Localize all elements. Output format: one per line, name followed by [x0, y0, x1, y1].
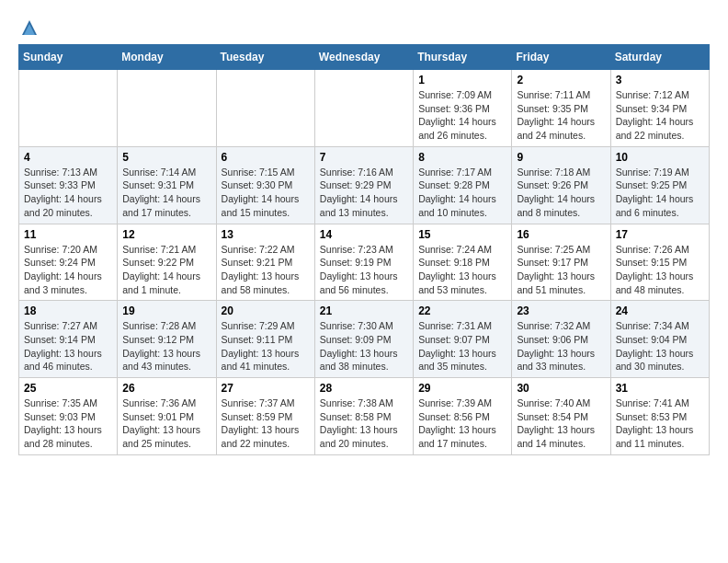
day-number: 31	[616, 382, 704, 395]
calendar-cell	[118, 70, 216, 147]
day-number: 10	[616, 151, 704, 164]
calendar-cell: 16Sunrise: 7:25 AMSunset: 9:17 PMDayligh…	[512, 224, 610, 301]
day-of-week-header: Saturday	[610, 45, 709, 70]
day-number: 19	[122, 304, 210, 317]
day-info: Sunrise: 7:16 AMSunset: 9:29 PMDaylight:…	[320, 166, 408, 220]
calendar-cell: 31Sunrise: 7:41 AMSunset: 8:53 PMDayligh…	[610, 378, 709, 455]
calendar-cell: 10Sunrise: 7:19 AMSunset: 9:25 PMDayligh…	[610, 146, 709, 224]
calendar-cell: 20Sunrise: 7:29 AMSunset: 9:11 PMDayligh…	[216, 301, 314, 378]
calendar-cell: 17Sunrise: 7:26 AMSunset: 9:15 PMDayligh…	[610, 224, 709, 301]
day-number: 21	[320, 304, 408, 317]
calendar-cell	[216, 70, 314, 147]
day-number: 16	[517, 228, 605, 241]
calendar-cell: 6Sunrise: 7:15 AMSunset: 9:30 PMDaylight…	[216, 146, 314, 224]
calendar-cell: 26Sunrise: 7:36 AMSunset: 9:01 PMDayligh…	[118, 378, 216, 455]
day-info: Sunrise: 7:39 AMSunset: 8:56 PMDaylight:…	[418, 396, 506, 451]
day-number: 24	[616, 304, 704, 317]
day-number: 12	[122, 228, 210, 241]
logo	[18, 18, 39, 37]
calendar-cell: 7Sunrise: 7:16 AMSunset: 9:29 PMDaylight…	[314, 146, 413, 224]
day-info: Sunrise: 7:40 AMSunset: 8:54 PMDaylight:…	[517, 396, 605, 451]
day-info: Sunrise: 7:35 AMSunset: 9:03 PMDaylight:…	[24, 396, 112, 451]
day-number: 3	[616, 74, 704, 86]
calendar-cell: 22Sunrise: 7:31 AMSunset: 9:07 PMDayligh…	[414, 301, 512, 378]
calendar-table: SundayMondayTuesdayWednesdayThursdayFrid…	[18, 44, 710, 455]
logo-icon	[20, 18, 39, 37]
day-info: Sunrise: 7:19 AMSunset: 9:25 PMDaylight:…	[616, 166, 704, 220]
calendar-cell: 19Sunrise: 7:28 AMSunset: 9:12 PMDayligh…	[118, 301, 216, 378]
day-of-week-header: Thursday	[414, 45, 512, 70]
day-info: Sunrise: 7:21 AMSunset: 9:22 PMDaylight:…	[122, 243, 210, 297]
day-of-week-header: Wednesday	[314, 45, 413, 70]
calendar-cell	[314, 70, 413, 147]
day-info: Sunrise: 7:15 AMSunset: 9:30 PMDaylight:…	[222, 166, 310, 220]
day-info: Sunrise: 7:31 AMSunset: 9:07 PMDaylight:…	[418, 319, 506, 373]
calendar-cell: 9Sunrise: 7:18 AMSunset: 9:26 PMDaylight…	[512, 146, 610, 224]
calendar-cell: 2Sunrise: 7:11 AMSunset: 9:35 PMDaylight…	[512, 70, 610, 147]
calendar-cell: 14Sunrise: 7:23 AMSunset: 9:19 PMDayligh…	[314, 224, 413, 301]
day-info: Sunrise: 7:34 AMSunset: 9:04 PMDaylight:…	[616, 319, 704, 373]
day-info: Sunrise: 7:12 AMSunset: 9:34 PMDaylight:…	[616, 88, 704, 143]
calendar-cell: 21Sunrise: 7:30 AMSunset: 9:09 PMDayligh…	[314, 301, 413, 378]
day-info: Sunrise: 7:38 AMSunset: 8:58 PMDaylight:…	[320, 396, 408, 451]
calendar-cell: 27Sunrise: 7:37 AMSunset: 8:59 PMDayligh…	[216, 378, 314, 455]
day-info: Sunrise: 7:30 AMSunset: 9:09 PMDaylight:…	[320, 319, 408, 373]
day-info: Sunrise: 7:24 AMSunset: 9:18 PMDaylight:…	[418, 243, 506, 297]
day-info: Sunrise: 7:27 AMSunset: 9:14 PMDaylight:…	[24, 319, 112, 373]
calendar-cell: 8Sunrise: 7:17 AMSunset: 9:28 PMDaylight…	[414, 146, 512, 224]
day-number: 17	[616, 228, 704, 241]
day-number: 7	[320, 151, 408, 164]
day-number: 14	[320, 228, 408, 241]
day-number: 11	[24, 228, 112, 241]
calendar-week-row: 25Sunrise: 7:35 AMSunset: 9:03 PMDayligh…	[19, 378, 710, 455]
calendar-cell: 29Sunrise: 7:39 AMSunset: 8:56 PMDayligh…	[414, 378, 512, 455]
day-number: 15	[418, 228, 506, 241]
calendar-cell: 28Sunrise: 7:38 AMSunset: 8:58 PMDayligh…	[314, 378, 413, 455]
day-info: Sunrise: 7:17 AMSunset: 9:28 PMDaylight:…	[418, 166, 506, 220]
calendar-cell: 12Sunrise: 7:21 AMSunset: 9:22 PMDayligh…	[118, 224, 216, 301]
day-info: Sunrise: 7:09 AMSunset: 9:36 PMDaylight:…	[418, 88, 506, 143]
day-info: Sunrise: 7:29 AMSunset: 9:11 PMDaylight:…	[222, 319, 310, 373]
calendar-header-row: SundayMondayTuesdayWednesdayThursdayFrid…	[19, 45, 710, 70]
calendar-cell: 15Sunrise: 7:24 AMSunset: 9:18 PMDayligh…	[414, 224, 512, 301]
day-info: Sunrise: 7:37 AMSunset: 8:59 PMDaylight:…	[222, 396, 310, 451]
day-info: Sunrise: 7:14 AMSunset: 9:31 PMDaylight:…	[122, 166, 210, 220]
day-of-week-header: Friday	[512, 45, 610, 70]
day-number: 1	[418, 74, 506, 86]
page-header	[18, 18, 710, 37]
calendar-cell: 30Sunrise: 7:40 AMSunset: 8:54 PMDayligh…	[512, 378, 610, 455]
day-info: Sunrise: 7:23 AMSunset: 9:19 PMDaylight:…	[320, 243, 408, 297]
day-number: 13	[222, 228, 310, 241]
day-info: Sunrise: 7:25 AMSunset: 9:17 PMDaylight:…	[517, 243, 605, 297]
calendar-week-row: 1Sunrise: 7:09 AMSunset: 9:36 PMDaylight…	[19, 70, 710, 147]
calendar-cell: 11Sunrise: 7:20 AMSunset: 9:24 PMDayligh…	[19, 224, 118, 301]
day-number: 4	[24, 151, 112, 164]
calendar-cell: 18Sunrise: 7:27 AMSunset: 9:14 PMDayligh…	[19, 301, 118, 378]
day-info: Sunrise: 7:36 AMSunset: 9:01 PMDaylight:…	[122, 396, 210, 451]
calendar-cell: 1Sunrise: 7:09 AMSunset: 9:36 PMDaylight…	[414, 70, 512, 147]
day-of-week-header: Tuesday	[216, 45, 314, 70]
calendar-cell	[19, 70, 118, 147]
day-number: 8	[418, 151, 506, 164]
day-number: 9	[517, 151, 605, 164]
day-of-week-header: Sunday	[19, 45, 118, 70]
day-of-week-header: Monday	[118, 45, 216, 70]
day-number: 5	[122, 151, 210, 164]
day-number: 2	[517, 74, 605, 86]
calendar-cell: 23Sunrise: 7:32 AMSunset: 9:06 PMDayligh…	[512, 301, 610, 378]
day-info: Sunrise: 7:28 AMSunset: 9:12 PMDaylight:…	[122, 319, 210, 373]
day-number: 26	[122, 382, 210, 395]
calendar-cell: 3Sunrise: 7:12 AMSunset: 9:34 PMDaylight…	[610, 70, 709, 147]
day-number: 25	[24, 382, 112, 395]
day-number: 18	[24, 304, 112, 317]
day-info: Sunrise: 7:22 AMSunset: 9:21 PMDaylight:…	[222, 243, 310, 297]
day-number: 23	[517, 304, 605, 317]
calendar-cell: 24Sunrise: 7:34 AMSunset: 9:04 PMDayligh…	[610, 301, 709, 378]
day-number: 29	[418, 382, 506, 395]
day-info: Sunrise: 7:13 AMSunset: 9:33 PMDaylight:…	[24, 166, 112, 220]
day-info: Sunrise: 7:32 AMSunset: 9:06 PMDaylight:…	[517, 319, 605, 373]
day-info: Sunrise: 7:20 AMSunset: 9:24 PMDaylight:…	[24, 243, 112, 297]
day-number: 22	[418, 304, 506, 317]
calendar-cell: 4Sunrise: 7:13 AMSunset: 9:33 PMDaylight…	[19, 146, 118, 224]
calendar-cell: 5Sunrise: 7:14 AMSunset: 9:31 PMDaylight…	[118, 146, 216, 224]
